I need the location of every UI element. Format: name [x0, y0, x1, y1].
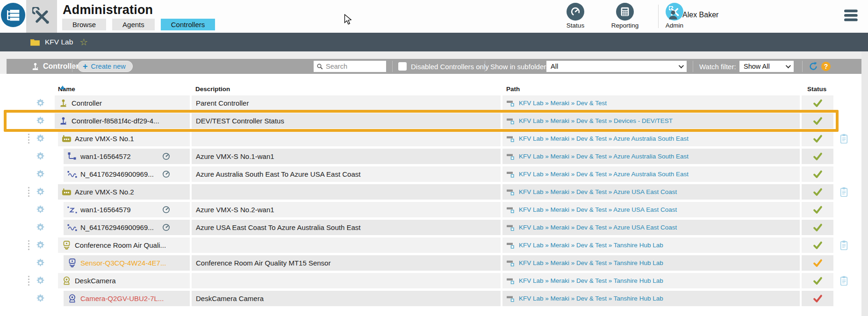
robot-icon: [62, 187, 72, 197]
tab-controllers[interactable]: Controllers: [161, 19, 215, 30]
row-settings-gear-icon[interactable]: [36, 98, 45, 110]
row-settings-gear-icon[interactable]: [36, 187, 45, 199]
row-description: Conference Room Air Quality MT15 Sensor: [192, 255, 501, 271]
status-check-icon: [813, 116, 823, 126]
clipboard-icon[interactable]: [840, 240, 848, 251]
wave-icon: [67, 170, 77, 179]
clipboard-icon[interactable]: [840, 187, 848, 197]
row-status-cell: [802, 202, 833, 217]
row-settings-gear-icon[interactable]: [36, 276, 45, 287]
watch-filter-select[interactable]: Show All: [739, 61, 794, 72]
app-logo[interactable]: [1, 3, 25, 27]
row-path-link[interactable]: KFV Lab » Meraki » Dev & Test » Azure US…: [519, 224, 677, 231]
row-name-cell[interactable]: wan1-16564572: [64, 149, 190, 164]
row-name-cell[interactable]: Sensor-Q3CQ-4W24-4E7...: [64, 255, 190, 271]
user-name: Alex Baker: [682, 11, 718, 19]
tab-agents[interactable]: Agents: [112, 19, 155, 30]
create-new-button[interactable]: + Create new: [78, 61, 133, 72]
admin-tools-tile[interactable]: [26, 0, 57, 33]
branch-icon: [67, 152, 77, 161]
table-rows: Controller Parent Controller KFV Lab » M…: [0, 95, 868, 309]
row-name-cell[interactable]: Controller-f8581f4c-df29-4...: [55, 113, 190, 129]
breadcrumb-folder-name[interactable]: KFV Lab: [45, 38, 73, 46]
row-name-cell[interactable]: Conference Room Air Quali...: [58, 237, 190, 253]
row-path-link[interactable]: KFV Lab » Meraki » Dev & Test » Tanshire…: [519, 259, 663, 266]
table-row: Azure VMX-S No.2 KFV Lab » Meraki » Dev …: [0, 184, 868, 200]
user-menu[interactable]: Alex Baker: [667, 9, 718, 21]
row-settings-gear-icon[interactable]: [36, 258, 45, 270]
table-row: wan1-16564572 Azure VMX-S No.1-wan1 KFV …: [0, 149, 868, 164]
row-name: DeskCamera: [75, 277, 116, 285]
table-row: Conference Room Air Quali... KFV Lab » M…: [0, 237, 868, 253]
row-settings-gear-icon[interactable]: [36, 169, 45, 181]
row-name-cell[interactable]: Azure VMX-S No.2: [58, 184, 190, 200]
table-row: Controller Parent Controller KFV Lab » M…: [0, 95, 868, 111]
row-name-cell[interactable]: DeskCamera: [58, 273, 190, 288]
status-check-icon: [813, 294, 823, 303]
nav-status[interactable]: Status: [557, 3, 594, 29]
drag-handle[interactable]: [28, 240, 29, 250]
row-description: [192, 273, 501, 288]
row-name-cell[interactable]: wan1-16564579: [64, 202, 190, 217]
row-settings-gear-icon[interactable]: [36, 116, 45, 128]
row-path-link[interactable]: KFV Lab » Meraki » Dev & Test » Azure Au…: [519, 135, 689, 142]
row-settings-gear-icon[interactable]: [36, 223, 45, 234]
row-name-cell[interactable]: Azure VMX-S No.1: [58, 131, 190, 146]
controllers-toolbar: Controllers + Create new Disabled Contro…: [7, 59, 861, 74]
drag-handle[interactable]: [28, 187, 29, 197]
disabled-controllers-checkbox[interactable]: [398, 62, 407, 71]
favorite-star-icon[interactable]: ☆: [79, 37, 88, 47]
row-description: DeskCamera Camera: [192, 291, 501, 306]
row-settings-gear-icon[interactable]: [36, 240, 45, 252]
tab-browse[interactable]: Browse: [62, 19, 106, 30]
sensor-icon: [62, 241, 72, 250]
row-settings-gear-icon[interactable]: [36, 134, 45, 145]
device-path-icon: [507, 278, 515, 284]
row-path-link[interactable]: KFV Lab » Meraki » Dev & Test » Tanshire…: [519, 242, 663, 249]
row-path-link[interactable]: KFV Lab » Meraki » Dev & Test » Azure Au…: [519, 171, 689, 178]
row-settings-gear-icon[interactable]: [36, 294, 45, 305]
row-name: N_641762946900969...: [80, 223, 154, 231]
device-path-icon: [507, 242, 515, 249]
table-row: Azure VMX-S No.1 KFV Lab » Meraki » Dev …: [0, 131, 868, 146]
row-path-link[interactable]: KFV Lab » Meraki » Dev & Test » Azure US…: [519, 188, 677, 195]
toolbar-divider: [72, 61, 72, 72]
row-name: Controller: [72, 99, 102, 107]
row-path-link[interactable]: KFV Lab » Meraki » Dev & Test » Tanshire…: [519, 295, 663, 302]
toolbar-divider: [392, 61, 393, 72]
row-settings-gear-icon[interactable]: [36, 151, 45, 163]
refresh-icon[interactable]: [808, 61, 818, 73]
device-path-icon: [507, 100, 515, 107]
subfolders-select[interactable]: All: [546, 61, 687, 72]
row-name-cell[interactable]: N_641762946900969...: [64, 220, 190, 235]
row-name-cell[interactable]: Camera-Q2GV-UBU2-7L...: [64, 291, 190, 306]
clipboard-icon[interactable]: [840, 134, 848, 144]
camera-icon: [62, 276, 72, 286]
row-name-cell[interactable]: Controller: [55, 95, 190, 111]
row-path-cell: KFV Lab » Meraki » Dev & Test » Tanshire…: [502, 237, 800, 253]
row-status-cell: [802, 220, 833, 235]
device-path-icon: [507, 260, 515, 266]
nav-reporting[interactable]: Reporting: [607, 3, 643, 29]
gauge-icon: [162, 223, 170, 231]
row-path-link[interactable]: KFV Lab » Meraki » Dev & Test » Azure US…: [519, 206, 677, 213]
chevron-down-icon: [786, 63, 791, 68]
drag-handle[interactable]: [28, 276, 29, 286]
row-path-link[interactable]: KFV Lab » Meraki » Dev & Test: [519, 100, 607, 107]
clipboard-icon[interactable]: [840, 276, 848, 286]
row-name-cell[interactable]: N_641762946900969...: [64, 166, 190, 182]
search-input[interactable]: [326, 63, 377, 70]
drag-handle[interactable]: [28, 134, 29, 144]
help-icon[interactable]: ?: [821, 62, 831, 71]
hamburger-menu-icon[interactable]: [844, 9, 858, 23]
row-status-cell: [802, 237, 833, 253]
row-path-link[interactable]: KFV Lab » Meraki » Dev & Test » Devices …: [519, 117, 673, 124]
table-row: N_641762946900969... Azure USA East Coas…: [0, 220, 868, 235]
row-settings-gear-icon[interactable]: [36, 205, 45, 216]
row-name: wan1-16564572: [80, 152, 131, 160]
gauge-icon: [162, 170, 170, 178]
row-path-link[interactable]: KFV Lab » Meraki » Dev & Test » Azure Au…: [519, 153, 689, 160]
wave-icon: [67, 223, 77, 232]
row-path-link[interactable]: KFV Lab » Meraki » Dev & Test » Tanshire…: [519, 277, 663, 284]
row-path-cell: KFV Lab » Meraki » Dev & Test » Tanshire…: [502, 291, 800, 306]
